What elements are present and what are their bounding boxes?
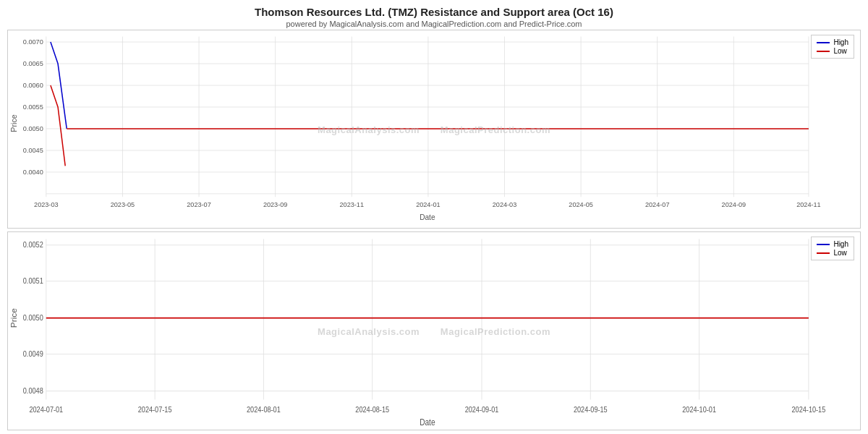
chart1-high-label: High [833,38,848,46]
page-subtitle: powered by MagicalAnalysis.com and Magic… [0,20,868,28]
svg-text:0.0049: 0.0049 [23,349,43,358]
svg-text:2024-07-01: 2024-07-01 [29,406,63,414]
svg-text:2024-09: 2024-09 [722,200,746,208]
svg-text:Price: Price [10,308,18,328]
svg-text:0.0048: 0.0048 [23,386,43,395]
svg-text:2024-09-15: 2024-09-15 [574,406,608,414]
svg-text:0.0065: 0.0065 [23,59,43,67]
svg-text:2024-10-01: 2024-10-01 [682,406,716,414]
svg-text:2023-07: 2023-07 [187,200,210,208]
svg-text:0.0052: 0.0052 [23,241,43,250]
chart2-low-label: Low [833,249,846,257]
svg-text:2023-05: 2023-05 [111,200,135,208]
svg-text:0.0040: 0.0040 [23,168,43,176]
svg-text:Date: Date [420,417,435,427]
chart2-legend-low: Low [817,249,848,257]
chart1-low-label: Low [833,47,846,55]
chart1-svg: 0.0070 0.0065 0.0060 0.0055 0.0050 0.004… [8,30,860,228]
chart2-legend: High Low [811,237,854,260]
svg-text:2024-07: 2024-07 [645,200,669,208]
chart2-legend-high: High [817,240,848,248]
svg-text:2023-09: 2023-09 [263,200,287,208]
charts-container: 0.0070 0.0065 0.0060 0.0055 0.0050 0.004… [0,30,868,434]
svg-text:2024-05: 2024-05 [569,200,592,208]
svg-text:0.0051: 0.0051 [23,277,43,286]
chart1-legend-high: High [817,38,848,46]
svg-text:2024-11: 2024-11 [796,200,820,208]
svg-text:2024-01: 2024-01 [416,200,440,208]
chart1-low-line-icon [817,51,830,52]
svg-text:0.0070: 0.0070 [23,38,43,46]
svg-text:2024-10-15: 2024-10-15 [792,406,826,414]
svg-text:2024-08-15: 2024-08-15 [355,406,389,414]
svg-text:0.0045: 0.0045 [23,146,43,154]
svg-text:Date: Date [420,213,435,221]
chart1-inner: 0.0070 0.0065 0.0060 0.0055 0.0050 0.004… [8,30,860,228]
svg-text:0.0050: 0.0050 [23,124,43,132]
chart2-wrapper: 0.0052 0.0051 0.0050 0.0049 0.0048 Price [7,231,861,430]
chart2-high-line-icon [817,244,830,245]
chart2-svg: 0.0052 0.0051 0.0050 0.0049 0.0048 Price [8,232,860,430]
page-container: Thomson Resources Ltd. (TMZ) Resistance … [0,0,868,434]
svg-text:2024-09-01: 2024-09-01 [465,406,499,414]
svg-text:2024-03: 2024-03 [493,200,516,208]
svg-text:2024-07-15: 2024-07-15 [138,406,172,414]
svg-text:2023-03: 2023-03 [34,200,58,208]
svg-text:2023-11: 2023-11 [340,200,364,208]
svg-text:Price: Price [10,114,18,132]
page-title: Thomson Resources Ltd. (TMZ) Resistance … [0,6,868,18]
svg-text:0.0055: 0.0055 [23,103,43,111]
header: Thomson Resources Ltd. (TMZ) Resistance … [0,0,868,30]
svg-rect-41 [8,232,860,430]
chart1-wrapper: 0.0070 0.0065 0.0060 0.0055 0.0050 0.004… [7,30,861,229]
chart2-high-label: High [833,240,848,248]
svg-text:0.0050: 0.0050 [23,314,43,323]
svg-text:0.0060: 0.0060 [23,81,43,89]
chart1-high-line-icon [817,42,830,43]
svg-text:2024-08-01: 2024-08-01 [247,406,281,414]
chart1-legend: High Low [811,35,854,59]
chart1-legend-low: Low [817,47,848,55]
chart2-low-line-icon [817,252,830,254]
chart2-inner: 0.0052 0.0051 0.0050 0.0049 0.0048 Price [8,232,860,430]
